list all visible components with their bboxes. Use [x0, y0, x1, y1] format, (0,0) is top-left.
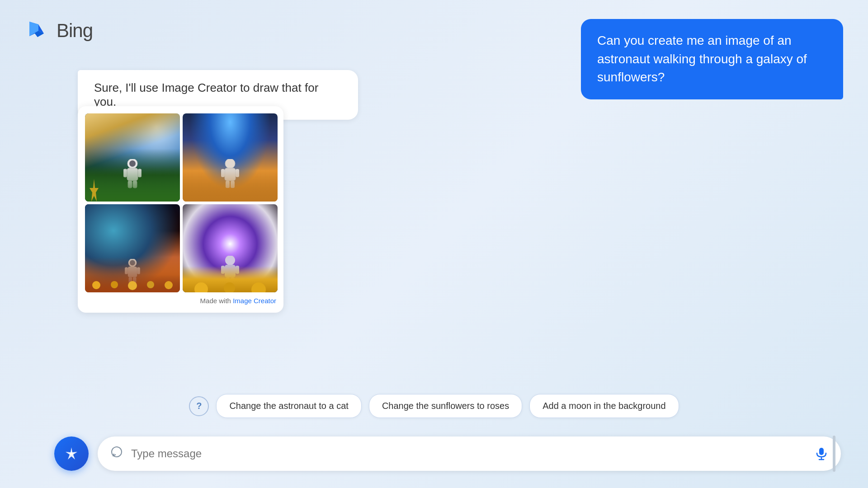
bing-logo-text: Bing: [57, 20, 93, 42]
suggestion-chip-3[interactable]: Add a moon in the background: [529, 394, 679, 418]
help-button[interactable]: ?: [189, 396, 209, 416]
generated-image-4[interactable]: [183, 204, 278, 292]
suggestion-chip-1[interactable]: Change the astronaut to a cat: [216, 394, 362, 418]
spark-button[interactable]: [54, 436, 89, 471]
svg-point-6: [129, 160, 136, 167]
generated-image-2[interactable]: [183, 113, 278, 202]
generated-image-1[interactable]: [85, 113, 180, 202]
bing-logo-icon: [25, 18, 50, 43]
user-message-bubble: Can you create me an image of an astrona…: [581, 19, 843, 99]
message-input[interactable]: [131, 447, 807, 460]
spark-icon: [63, 446, 80, 462]
image-grid-container: Made with Image Creator: [78, 106, 283, 313]
chat-icon: [110, 446, 123, 462]
header: Bing: [25, 18, 93, 43]
made-with-label: Made with Image Creator: [85, 297, 276, 305]
svg-point-26: [70, 452, 73, 455]
svg-point-20: [225, 256, 235, 265]
suggestion-chip-2[interactable]: Change the sunflowers to roses: [369, 394, 522, 418]
bot-response-text: Sure, I'll use Image Creator to draw tha…: [94, 81, 318, 108]
svg-rect-28: [819, 448, 824, 455]
input-bar-container: [54, 436, 841, 471]
generated-image-3[interactable]: [85, 204, 180, 292]
mic-icon: [815, 447, 828, 460]
mic-button[interactable]: [815, 447, 828, 460]
scroll-indicator: [833, 436, 835, 472]
image-grid: [85, 113, 276, 292]
input-bar: [98, 436, 841, 471]
suggestions-row: ? Change the astronaut to a cat Change t…: [0, 394, 868, 418]
svg-point-7: [225, 159, 235, 169]
user-message-text: Can you create me an image of an astrona…: [597, 33, 807, 84]
image-creator-link[interactable]: Image Creator: [233, 297, 276, 305]
